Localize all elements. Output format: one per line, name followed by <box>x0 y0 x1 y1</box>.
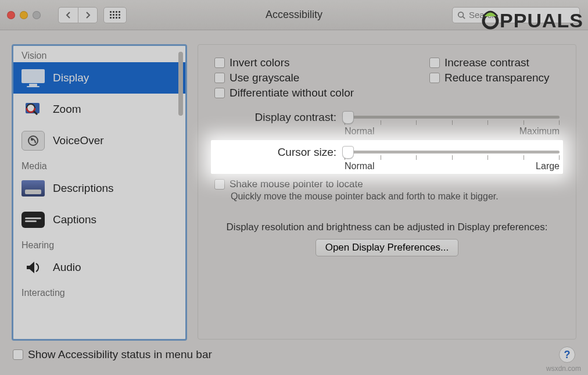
window-minimize-button[interactable] <box>20 11 28 19</box>
settings-panel: Invert colors Increase contrast Use gray… <box>198 44 576 340</box>
checkbox-label: Show Accessibility status in menu bar <box>28 348 212 361</box>
sidebar-item-audio[interactable]: Audio <box>13 252 185 283</box>
checkbox-show-status-menubar[interactable]: Show Accessibility status in menu bar <box>13 348 212 361</box>
checkbox-icon <box>214 73 225 83</box>
help-icon: ? <box>564 349 571 361</box>
help-button[interactable]: ? <box>559 347 575 363</box>
sidebar-item-display[interactable]: Display <box>13 62 185 94</box>
checkbox-increase-contrast[interactable]: Increase contrast <box>429 56 560 69</box>
checkbox-reduce-transparency[interactable]: Reduce transparency <box>429 72 560 84</box>
open-display-preferences-button[interactable]: Open Display Preferences... <box>315 239 459 256</box>
sidebar-item-label: Descriptions <box>53 182 114 195</box>
show-all-button[interactable] <box>103 7 127 23</box>
checkbox-icon <box>214 179 225 190</box>
checkbox-label: Invert colors <box>230 56 289 69</box>
slider-max-label: Maximum <box>519 126 560 137</box>
slider-min-label: Normal <box>345 161 375 172</box>
checkbox-invert-colors[interactable]: Invert colors <box>214 56 424 69</box>
sidebar-item-label: VoiceOver <box>53 134 104 147</box>
sidebar-item-label: Zoom <box>53 103 81 116</box>
slider-min-label: Normal <box>345 126 375 137</box>
svg-line-2 <box>463 16 465 19</box>
checkbox-label: Increase contrast <box>444 56 529 69</box>
svg-point-7 <box>28 136 38 145</box>
sidebar: Vision Display Zoom VoiceOver Media <box>12 44 187 341</box>
checkbox-label: Use grayscale <box>230 72 299 84</box>
display-icon <box>21 67 45 88</box>
descriptions-icon <box>21 178 45 199</box>
sidebar-scrollbar[interactable] <box>178 52 183 116</box>
slider-thumb-icon <box>342 111 354 124</box>
window-close-button[interactable] <box>7 11 15 19</box>
display-contrast-row: Display contrast: Normal Maximum <box>214 110 560 138</box>
svg-point-1 <box>458 12 464 17</box>
chevron-right-icon <box>85 12 91 19</box>
svg-point-8 <box>31 138 33 141</box>
audio-icon <box>21 257 45 278</box>
watermark-text: PPUALS <box>500 9 583 32</box>
watermark-credit: wsxdn.com <box>546 365 581 373</box>
checkbox-icon <box>429 73 440 83</box>
sidebar-item-voiceover[interactable]: VoiceOver <box>13 125 185 156</box>
sidebar-item-label: Captions <box>53 213 96 226</box>
sidebar-section-hearing: Hearing <box>13 235 185 252</box>
search-icon <box>457 11 465 19</box>
sidebar-item-descriptions[interactable]: Descriptions <box>13 173 185 204</box>
checkbox-icon <box>214 58 225 68</box>
sidebar-item-label: Display <box>53 72 89 84</box>
shake-hint: Quickly move the mouse pointer back and … <box>214 191 560 202</box>
sidebar-item-captions[interactable]: Captions <box>13 204 185 235</box>
slider-max-label: Large <box>536 161 560 172</box>
sidebar-item-label: Audio <box>53 261 81 274</box>
forward-button[interactable] <box>78 7 98 23</box>
chevron-left-icon <box>66 12 71 19</box>
zoom-icon <box>21 99 45 120</box>
button-label: Open Display Preferences... <box>325 242 449 253</box>
checkbox-icon <box>429 58 440 68</box>
back-button[interactable] <box>58 7 78 23</box>
checkbox-differentiate[interactable]: Differentiate without color <box>214 87 560 99</box>
sidebar-section-interacting: Interacting <box>13 283 185 299</box>
checkbox-label: Reduce transparency <box>444 72 550 84</box>
display-contrast-slider[interactable]: Normal Maximum <box>345 110 560 138</box>
grid-icon <box>110 11 120 19</box>
checkbox-label: Shake mouse pointer to locate <box>230 178 363 190</box>
slider-thumb-icon <box>342 146 354 159</box>
watermark-logo: PPUALS <box>479 9 583 32</box>
sidebar-item-zoom[interactable]: Zoom <box>13 94 185 125</box>
cursor-size-label: Cursor size: <box>238 145 336 159</box>
checkbox-icon <box>13 349 23 360</box>
checkbox-label: Differentiate without color <box>230 87 354 99</box>
checkbox-use-grayscale[interactable]: Use grayscale <box>214 72 424 84</box>
voiceover-icon <box>21 130 45 151</box>
sidebar-section-media: Media <box>13 156 185 173</box>
display-contrast-label: Display contrast: <box>238 110 336 124</box>
window-zoom-button[interactable] <box>33 11 41 19</box>
cursor-size-slider[interactable]: Normal Large <box>345 145 560 173</box>
sidebar-section-vision: Vision <box>13 46 185 62</box>
cursor-size-highlight: Cursor size: Normal Large <box>211 140 563 174</box>
resolution-note: Display resolution and brightness can be… <box>214 222 560 233</box>
checkbox-shake-locate[interactable]: Shake mouse pointer to locate <box>214 178 560 190</box>
checkbox-icon <box>214 88 225 98</box>
captions-icon <box>21 209 45 230</box>
